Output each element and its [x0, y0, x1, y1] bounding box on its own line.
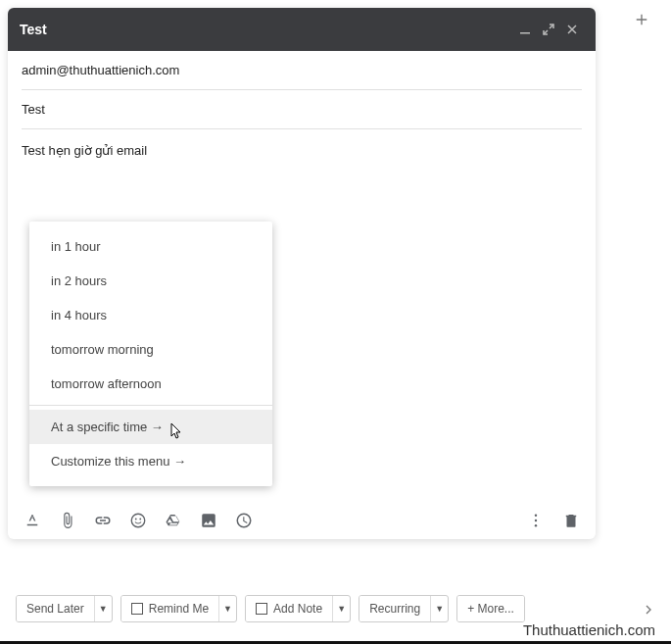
- attach-icon[interactable]: [57, 510, 78, 531]
- link-icon[interactable]: [92, 510, 114, 531]
- more-icon[interactable]: [525, 510, 547, 531]
- menu-item-tomorrow-afternoon[interactable]: tomorrow afternoon: [29, 367, 272, 401]
- menu-item-4h[interactable]: in 4 hours: [29, 298, 272, 332]
- compose-window: Test admin@thuthuattienich.com Test Test…: [8, 8, 596, 539]
- recurring-group: Recurring ▼: [359, 595, 449, 622]
- remind-me-button[interactable]: Remind Me: [121, 596, 218, 621]
- compose-title: Test: [20, 22, 513, 37]
- expand-icon[interactable]: [537, 18, 560, 41]
- more-button[interactable]: + More...: [457, 596, 524, 621]
- menu-item-2h[interactable]: in 2 hours: [29, 264, 272, 298]
- svg-point-6: [535, 524, 537, 526]
- send-later-button[interactable]: Send Later: [17, 596, 94, 621]
- menu-item-specific-time[interactable]: At a specific time →: [29, 410, 272, 444]
- format-toolbar: [8, 502, 596, 539]
- schedule-icon[interactable]: [233, 510, 255, 531]
- watermark: Thuthuattienich.com: [523, 621, 655, 638]
- menu-item-customize[interactable]: Customize this menu →: [29, 444, 272, 478]
- trash-icon[interactable]: [560, 510, 582, 531]
- svg-point-2: [135, 519, 137, 520]
- svg-point-3: [139, 519, 141, 520]
- remind-me-label: Remind Me: [149, 602, 209, 616]
- svg-point-4: [535, 515, 537, 517]
- send-later-group: Send Later ▼: [16, 595, 113, 622]
- add-note-button[interactable]: Add Note: [246, 596, 332, 621]
- checkbox-icon: [256, 603, 267, 615]
- add-note-caret[interactable]: ▼: [332, 596, 350, 621]
- subject-field[interactable]: Test: [22, 90, 582, 129]
- titlebar: Test: [8, 8, 596, 51]
- send-later-caret[interactable]: ▼: [94, 596, 112, 621]
- svg-rect-0: [520, 32, 530, 34]
- to-field[interactable]: admin@thuthuattienich.com: [22, 51, 582, 90]
- recurring-caret[interactable]: ▼: [430, 596, 448, 621]
- add-note-label: Add Note: [273, 602, 322, 616]
- more-group: + More...: [456, 595, 525, 622]
- minimize-icon[interactable]: [513, 18, 537, 41]
- add-note-group: Add Note ▼: [245, 595, 351, 622]
- remind-me-group: Remind Me ▼: [120, 595, 237, 622]
- close-icon[interactable]: [560, 18, 584, 41]
- menu-item-1h[interactable]: in 1 hour: [29, 229, 272, 264]
- recurring-button[interactable]: Recurring: [359, 596, 430, 621]
- add-button[interactable]: [630, 8, 653, 31]
- svg-point-5: [535, 520, 537, 521]
- menu-divider: [29, 405, 272, 406]
- svg-point-1: [131, 514, 145, 527]
- emoji-icon[interactable]: [127, 510, 149, 531]
- drive-icon[interactable]: [163, 510, 184, 531]
- remind-me-caret[interactable]: ▼: [218, 596, 236, 621]
- checkbox-icon: [131, 603, 143, 615]
- menu-item-tomorrow-morning[interactable]: tomorrow morning: [29, 332, 272, 367]
- chevron-right-icon[interactable]: [640, 601, 657, 619]
- send-later-menu: in 1 hour in 2 hours in 4 hours tomorrow…: [29, 222, 272, 486]
- format-icon[interactable]: [22, 510, 43, 531]
- image-icon[interactable]: [198, 510, 219, 531]
- bottom-bar: Send Later ▼ Remind Me ▼ Add Note ▼ Recu…: [16, 595, 655, 622]
